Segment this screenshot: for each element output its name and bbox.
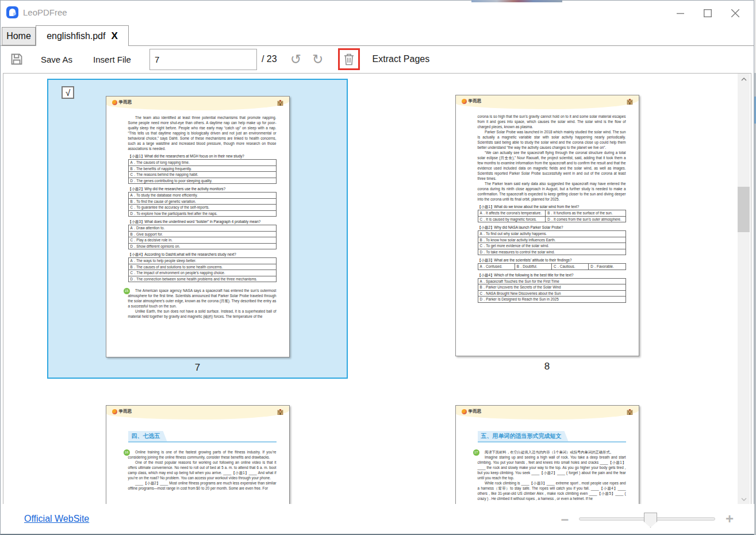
thumbnail-paragraph: While rock climbing is ____【小题3】____ ext… bbox=[478, 480, 626, 501]
worksheet-header: 学而思 bbox=[456, 406, 639, 419]
option-cell: D．Favorable. bbox=[589, 264, 625, 270]
options-table: A．To study the database more efficiently… bbox=[128, 192, 277, 217]
zoom-slider-thumb[interactable] bbox=[644, 513, 657, 528]
maximize-button[interactable] bbox=[694, 2, 722, 25]
question-line: 【小题4】Which of the following is the best … bbox=[478, 272, 626, 278]
section-header: 四、七选五 bbox=[128, 431, 167, 441]
option-row: D．Show different opinions on. bbox=[128, 244, 277, 250]
page-10-cell[interactable]: 学而思 五、用单词的适当形式完成短文17阅读下面材料，在空白处填入适当的内容（1… bbox=[397, 389, 697, 505]
item-number-badge: 16 bbox=[124, 449, 130, 456]
brand-logo-icon bbox=[112, 409, 117, 414]
page-7-label: 7 bbox=[195, 362, 200, 374]
brand-logo-icon bbox=[112, 100, 117, 105]
minimize-button[interactable] bbox=[666, 2, 694, 25]
page-10-thumbnail[interactable]: 学而思 五、用单词的适当形式完成短文17阅读下面材料，在空白处填入适当的内容（1… bbox=[455, 405, 639, 505]
item-number-badge: 15 bbox=[124, 288, 130, 294]
numbered-item: 16Online training is one of the fastest … bbox=[128, 449, 277, 460]
options-table: A．To find out why solar activity happens… bbox=[478, 230, 626, 255]
page-8-label: 8 bbox=[544, 361, 550, 372]
redo-icon[interactable]: ↻ bbox=[309, 52, 327, 67]
worksheet-header: 学而思 bbox=[106, 97, 289, 110]
thumbnail-paragraph: Online training is one of the fastest gr… bbox=[128, 449, 277, 460]
page-content: corona is so high that the sun’s gravity… bbox=[456, 109, 639, 303]
official-website-link[interactable]: Official WebSite bbox=[24, 514, 89, 524]
thumbnail-paragraph: 阅读下面材料，在空白处填入适当的内容（1个单词）或括号内单词的正确形式。 bbox=[478, 449, 626, 455]
brand-logo-icon bbox=[462, 409, 467, 414]
option-cell: B．Doubtful. bbox=[515, 264, 551, 270]
school-building-icon bbox=[627, 98, 633, 105]
page-9-thumbnail[interactable]: 学而思 四、七选五16Online training is one of the… bbox=[106, 405, 290, 505]
section-header: 五、用单词的适当形式完成短文 bbox=[478, 431, 569, 441]
zoom-out-icon[interactable]: – bbox=[561, 513, 569, 525]
option-row: C．To guarantee the accuracy of the self-… bbox=[128, 205, 277, 211]
question-line: 【小题3】What are the scientists’ attitude t… bbox=[478, 257, 626, 263]
question-line: 【小题2】Why did NASA launch Parker Solar Pr… bbox=[478, 225, 626, 230]
page-8-thumbnail[interactable]: 学而思 corona is so high that the sun’s gra… bbox=[455, 95, 639, 356]
tab-home[interactable]: Home bbox=[2, 27, 36, 45]
option-row: C．Play a decisive role in. bbox=[128, 237, 277, 244]
scroll-up-icon[interactable] bbox=[738, 74, 750, 84]
option-row: B．To find the cause of genetic variation… bbox=[128, 199, 277, 205]
option-row: A．To find out why solar activity happens… bbox=[478, 230, 626, 237]
zoom-controls: – + bbox=[561, 513, 734, 525]
option-cell: A．It affects the corona’s temperature. bbox=[478, 210, 546, 217]
question-line: 【小题2】Why did the researchers use the act… bbox=[128, 186, 277, 191]
page-content: 四、七选五16Online training is one of the fas… bbox=[106, 419, 289, 491]
thumbnail-paragraph: ____【小题2】____ Most online fitness progra… bbox=[128, 480, 277, 491]
brand-name: 学而思 bbox=[469, 409, 627, 414]
option-row: A．The ways to help people sleep better. bbox=[128, 257, 277, 264]
question-line: 【小题1】What do we know about the solar win… bbox=[478, 204, 626, 209]
brand-logo-icon bbox=[462, 99, 467, 104]
option-row: C．NASA Brought New Discoveries about the… bbox=[478, 291, 626, 297]
thumbnail-paragraph: Parker Solar Probe was launched in 2018 … bbox=[478, 129, 626, 150]
tab-close-icon[interactable]: X bbox=[111, 30, 117, 42]
background-window-sliver-top bbox=[471, 0, 562, 2]
zoom-in-icon[interactable]: + bbox=[726, 513, 734, 525]
save-icon[interactable] bbox=[10, 52, 24, 66]
trash-icon bbox=[343, 53, 355, 66]
item-number-badge: 17 bbox=[473, 449, 479, 456]
option-row: D．To take measures to control the solar … bbox=[478, 249, 626, 256]
option-row: A．The causes of long napping time. bbox=[128, 159, 277, 166]
option-row: A．To study the database more efficiently… bbox=[128, 192, 277, 199]
options-table: A．Draw attention to.B．Give support for.C… bbox=[128, 225, 277, 249]
vertical-scrollbar[interactable] bbox=[738, 74, 750, 505]
title-bar: LeoPDFree bbox=[1, 1, 754, 26]
numbered-item: 17阅读下面材料，在空白处填入适当的内容（1个单词）或括号内单词的正确形式。 bbox=[478, 449, 626, 455]
thumbnail-grid: √ 学而思 The team also identified at least … bbox=[3, 73, 751, 505]
insert-file-button[interactable]: Insert File bbox=[93, 55, 131, 64]
option-row: A．Draw attention to. bbox=[128, 225, 277, 232]
thumbnail-paragraph: corona is so high that the sun’s gravity… bbox=[478, 114, 626, 129]
tab-bar: Home englishfish.pdf X bbox=[1, 26, 754, 46]
undo-icon[interactable]: ↺ bbox=[287, 52, 305, 67]
close-button[interactable] bbox=[722, 2, 749, 25]
scrollbar-thumb[interactable] bbox=[738, 187, 750, 232]
page-7-thumbnail[interactable]: 学而思 The team also identified at least th… bbox=[106, 96, 290, 357]
option-row: C．The reasons behind the napping habit. bbox=[128, 172, 277, 178]
page-9-cell[interactable]: 学而思 四、七选五16Online training is one of the… bbox=[47, 389, 348, 505]
tab-document[interactable]: englishfish.pdf X bbox=[36, 25, 129, 46]
save-as-button[interactable]: Save As bbox=[41, 55, 72, 64]
tab-document-label: englishfish.pdf bbox=[47, 31, 105, 41]
page-number-input[interactable] bbox=[149, 49, 257, 70]
thumbnail-paragraph: The team also identified at least three … bbox=[128, 115, 277, 151]
school-building-icon bbox=[277, 99, 283, 106]
page-7-checkbox[interactable]: √ bbox=[62, 86, 74, 99]
brand-name: 学而思 bbox=[119, 99, 277, 105]
page-content: The team also identified at least three … bbox=[106, 110, 289, 319]
delete-page-highlight-box[interactable] bbox=[338, 48, 360, 70]
page-total-label: / 23 bbox=[262, 54, 277, 64]
options-grid: A．Confused.B．Doubtful.C．Cautious.D．Favor… bbox=[478, 263, 626, 270]
app-logo-icon bbox=[6, 6, 18, 18]
school-building-icon bbox=[277, 409, 283, 415]
option-cell: D．It comes from the sun’s outer atmosphe… bbox=[546, 216, 625, 222]
scroll-down-icon[interactable] bbox=[738, 494, 750, 505]
extract-pages-button[interactable]: Extract Pages bbox=[373, 54, 430, 64]
option-row: B．Parker Uncovers the Secrets of the Sol… bbox=[478, 284, 626, 291]
page-8-cell[interactable]: 学而思 corona is so high that the sun’s gra… bbox=[397, 79, 697, 379]
section-header-rule: 五、用单词的适当形式完成短文 bbox=[478, 430, 626, 442]
zoom-slider[interactable] bbox=[579, 517, 715, 521]
page-7-cell[interactable]: √ 学而思 The team also identified at least … bbox=[47, 79, 348, 379]
brand-name: 学而思 bbox=[469, 98, 627, 104]
question-line: 【小题1】What did the researchers at MGH foc… bbox=[128, 153, 277, 159]
